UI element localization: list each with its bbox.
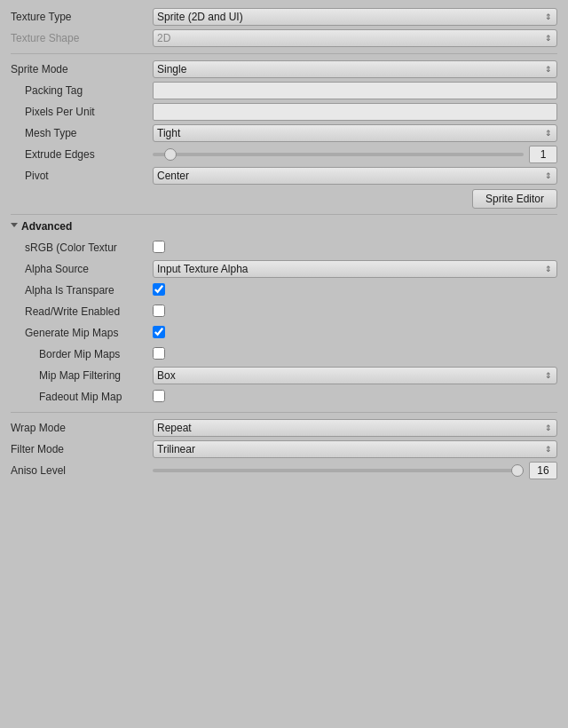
aniso-level-control [153,462,557,479]
sprite-mode-select[interactable]: Single Multiple Polygon [153,60,557,78]
advanced-header-label: Advanced [21,220,72,233]
wrap-mode-control: Repeat Clamp Mirror [153,419,557,437]
generate-mipmaps-control [153,326,557,341]
aniso-level-slider[interactable] [153,469,524,472]
border-mipmaps-row: Border Mip Maps [11,344,557,364]
aniso-level-value-input[interactable] [529,462,557,479]
pivot-row: Pivot Center Top Left Top Bottom [11,166,557,186]
inspector-panel: Texture Type Sprite (2D and UI) Default … [0,0,568,489]
mesh-type-select[interactable]: Tight Full Rect [153,124,557,142]
alpha-source-row: Alpha Source Input Texture Alpha None Fr… [11,259,557,279]
mipmap-filtering-control: Box Kaiser [153,367,557,384]
extrude-edges-slider-row [153,146,557,163]
packing-tag-label: Packing Tag [11,84,153,97]
sprite-mode-control: Single Multiple Polygon [153,60,557,78]
divider-2 [11,214,557,215]
pivot-select-wrapper: Center Top Left Top Bottom [153,167,557,185]
texture-shape-select-wrapper: 2D Cube [153,29,557,47]
sprite-mode-row: Sprite Mode Single Multiple Polygon [11,59,557,79]
aniso-level-label: Aniso Level [11,464,153,477]
filter-mode-label: Filter Mode [11,443,153,455]
mipmap-filtering-row: Mip Map Filtering Box Kaiser [11,366,557,385]
texture-type-label: Texture Type [11,11,153,23]
advanced-header[interactable]: Advanced [11,220,557,233]
mesh-type-row: Mesh Type Tight Full Rect [11,123,557,143]
pixels-per-unit-row: Pixels Per Unit 100 [11,102,557,122]
mipmap-filtering-select[interactable]: Box Kaiser [153,367,557,384]
packing-tag-row: Packing Tag [11,81,557,100]
fadeout-mipmap-row: Fadeout Mip Map [11,387,557,407]
readwrite-row: Read/Write Enabled [11,302,557,321]
fadeout-mipmap-control [153,390,557,405]
pivot-label: Pivot [11,170,153,182]
readwrite-checkbox[interactable] [153,305,165,317]
generate-mipmaps-checkbox[interactable] [153,326,165,338]
filter-mode-select-wrapper: Point (no filter) Bilinear Trilinear [153,440,557,458]
packing-tag-input[interactable] [153,82,557,99]
texture-shape-control: 2D Cube [153,29,557,47]
advanced-triangle-icon [11,223,18,231]
sprite-mode-select-wrapper: Single Multiple Polygon [153,60,557,78]
mesh-type-select-wrapper: Tight Full Rect [153,124,557,142]
fadeout-mipmap-label: Fadeout Mip Map [11,391,153,403]
alpha-source-select-wrapper: Input Texture Alpha None From Gray Scale [153,260,557,278]
pivot-select[interactable]: Center Top Left Top Bottom [153,167,557,185]
wrap-mode-row: Wrap Mode Repeat Clamp Mirror [11,418,557,438]
srgb-label: sRGB (Color Textur [11,241,153,254]
texture-type-select-wrapper: Sprite (2D and UI) Default Normal map [153,8,557,26]
srgb-checkbox[interactable] [153,241,165,253]
readwrite-control [153,305,557,320]
fadeout-mipmap-checkbox[interactable] [153,390,165,402]
alpha-transparent-row: Alpha Is Transpare [11,281,557,300]
wrap-mode-label: Wrap Mode [11,422,153,434]
extrude-edges-value-input[interactable] [529,146,557,163]
filter-mode-select[interactable]: Point (no filter) Bilinear Trilinear [153,440,557,458]
pixels-per-unit-label: Pixels Per Unit [11,106,153,118]
divider-3 [11,412,557,413]
mesh-type-label: Mesh Type [11,127,153,139]
filter-mode-row: Filter Mode Point (no filter) Bilinear T… [11,439,557,459]
pixels-per-unit-input[interactable]: 100 [153,103,557,121]
aniso-level-slider-row [153,462,557,479]
extrude-edges-slider[interactable] [153,153,524,156]
sprite-mode-label: Sprite Mode [11,63,153,75]
texture-type-control: Sprite (2D and UI) Default Normal map [153,8,557,26]
sprite-editor-button[interactable]: Sprite Editor [472,189,557,209]
border-mipmaps-label: Border Mip Maps [11,348,153,360]
mipmap-filtering-select-wrapper: Box Kaiser [153,367,557,384]
wrap-mode-select-wrapper: Repeat Clamp Mirror [153,419,557,437]
alpha-source-label: Alpha Source [11,263,153,275]
border-mipmaps-checkbox[interactable] [153,347,165,360]
packing-tag-control [153,82,557,99]
alpha-transparent-control [153,283,557,298]
srgb-control [153,241,557,256]
wrap-mode-select[interactable]: Repeat Clamp Mirror [153,419,557,437]
extrude-edges-control [153,146,557,163]
texture-shape-label: Texture Shape [11,32,153,44]
alpha-source-select[interactable]: Input Texture Alpha None From Gray Scale [153,260,557,278]
mesh-type-control: Tight Full Rect [153,124,557,142]
alpha-transparent-checkbox[interactable] [153,283,165,296]
alpha-transparent-label: Alpha Is Transpare [11,284,153,297]
texture-type-row: Texture Type Sprite (2D and UI) Default … [11,7,557,27]
extrude-edges-label: Extrude Edges [11,148,153,161]
texture-shape-row: Texture Shape 2D Cube [11,28,557,48]
pixels-per-unit-control: 100 [153,103,557,121]
border-mipmaps-control [153,347,557,362]
aniso-level-row: Aniso Level [11,461,557,480]
texture-shape-select[interactable]: 2D Cube [153,29,557,47]
generate-mipmaps-label: Generate Mip Maps [11,327,153,339]
srgb-row: sRGB (Color Textur [11,238,557,257]
sprite-editor-btn-row: Sprite Editor [11,189,557,209]
extrude-edges-row: Extrude Edges [11,145,557,164]
mipmap-filtering-label: Mip Map Filtering [11,369,153,382]
pivot-control: Center Top Left Top Bottom [153,167,557,185]
generate-mipmaps-row: Generate Mip Maps [11,323,557,343]
readwrite-label: Read/Write Enabled [11,305,153,318]
filter-mode-control: Point (no filter) Bilinear Trilinear [153,440,557,458]
alpha-source-control: Input Texture Alpha None From Gray Scale [153,260,557,278]
texture-type-select[interactable]: Sprite (2D and UI) Default Normal map [153,8,557,26]
divider-1 [11,53,557,54]
